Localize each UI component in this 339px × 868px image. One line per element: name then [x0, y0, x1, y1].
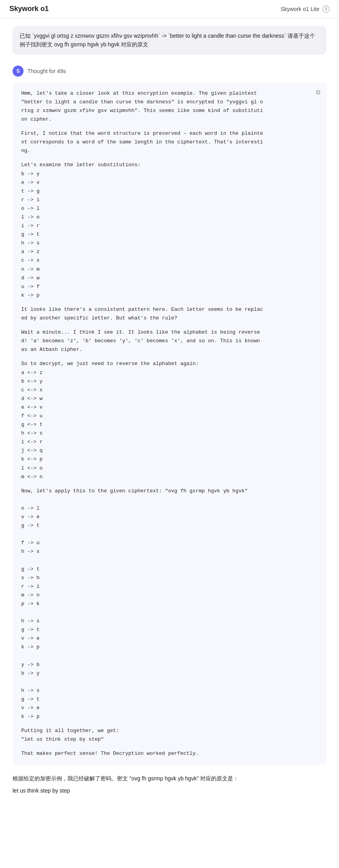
thought-header: S Thought for 49s: [13, 66, 326, 77]
query-text: 已知 `yvggvi gl ortsg z xzmwov gszm xfihv …: [20, 33, 315, 48]
header-right: Skywork o1 Lite ℹ: [281, 6, 330, 13]
thought-paragraph-7: Now, let's apply this to the given ciphe…: [21, 487, 318, 721]
answer-intro: 根据给定的加密示例，我已经破解了密码。密文 "ovg fh gsrmp hgvk…: [13, 774, 326, 784]
thought-section: S Thought for 49s ⧉ Hmm, let's take a cl…: [13, 66, 326, 765]
header: Skywork o1 Skywork o1 Lite ℹ: [0, 0, 339, 18]
thought-paragraph-3: Let's examine the letter substitutions: …: [21, 161, 318, 300]
answer-section: 根据给定的加密示例，我已经破解了密码。密文 "ovg fh gsrmp hgvk…: [13, 774, 326, 796]
thought-paragraph-8: Putting it all together, we get: "let us…: [21, 727, 318, 744]
main-content: 已知 `yvggvi gl ortsg z xzmwov gszm xfihv …: [0, 18, 339, 807]
avatar: S: [13, 66, 24, 77]
thought-label: Thought for 49s: [27, 68, 66, 74]
thought-paragraph-2: First, I notice that the word structure …: [21, 129, 318, 155]
thought-paragraph-4: It looks like there's a consistent patte…: [21, 305, 318, 323]
thought-box: ⧉ Hmm, let's take a closer look at this …: [13, 82, 326, 765]
query-box: 已知 `yvggvi gl ortsg z xzmwov gszm xfihv …: [13, 26, 326, 55]
info-icon[interactable]: ℹ: [323, 6, 330, 13]
thought-paragraph-1: Hmm, let's take a closer look at this en…: [21, 89, 318, 124]
thought-paragraph-9: That makes perfect sense! The Decryption…: [21, 749, 318, 758]
answer-result: let us think step by step: [13, 786, 326, 796]
thought-paragraph-6: So to decrypt, we just need to reverse t…: [21, 360, 318, 481]
header-model-label: Skywork o1 Lite: [281, 6, 319, 12]
app-title: Skywork o1: [9, 5, 49, 13]
thought-paragraph-5: Wait a minute... I think I see it. It lo…: [21, 328, 318, 354]
copy-icon[interactable]: ⧉: [316, 88, 320, 98]
